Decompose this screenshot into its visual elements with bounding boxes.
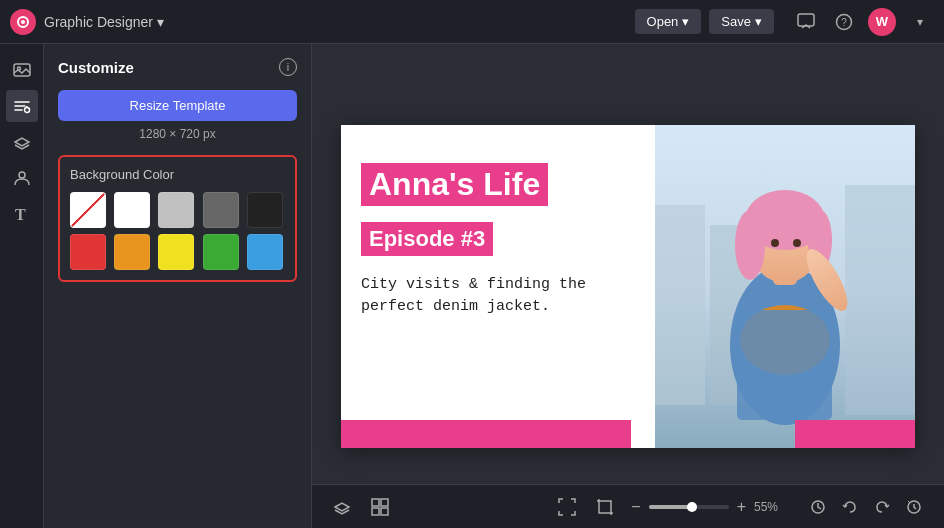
color-swatch-transparent[interactable] (70, 192, 106, 228)
svg-text:T: T (15, 206, 26, 223)
color-swatch-blue[interactable] (247, 234, 283, 270)
header-icons: ? W ▾ (792, 8, 934, 36)
canvas-photo-inner (655, 125, 915, 448)
svg-rect-25 (737, 310, 832, 420)
color-swatch-black[interactable] (247, 192, 283, 228)
main-area: T Customize i Resize Template 1280 × 720… (0, 44, 944, 528)
icon-bar-people[interactable] (6, 162, 38, 194)
user-avatar[interactable]: W (868, 8, 896, 36)
svg-rect-27 (381, 499, 388, 506)
icon-bar-photos[interactable] (6, 54, 38, 86)
zoom-in-icon[interactable]: + (735, 496, 748, 518)
background-color-section: Background Color (58, 155, 297, 282)
color-swatch-orange[interactable] (114, 234, 150, 270)
app-logo (10, 9, 36, 35)
svg-rect-26 (372, 499, 379, 506)
info-icon[interactable]: i (279, 58, 297, 76)
fit-screen-icon[interactable] (553, 493, 581, 521)
svg-point-22 (793, 239, 801, 247)
color-swatch-white[interactable] (114, 192, 150, 228)
svg-rect-14 (845, 185, 915, 415)
canvas-decoration-bar-right (795, 420, 915, 448)
svg-point-7 (24, 108, 29, 113)
bg-color-label: Background Color (70, 167, 285, 182)
svg-point-1 (21, 20, 25, 24)
zoom-out-icon[interactable]: − (629, 496, 642, 518)
help-icon[interactable]: ? (830, 8, 858, 36)
grid-icon[interactable] (366, 493, 394, 521)
dimension-text: 1280 × 720 px (58, 127, 297, 141)
zoom-controls: − + 55% (629, 496, 786, 518)
canvas-decoration-bar (341, 420, 631, 448)
color-swatch-dark-gray[interactable] (203, 192, 239, 228)
svg-rect-12 (655, 205, 705, 405)
chevron-down-icon: ▾ (682, 14, 689, 29)
chevron-down-icon[interactable]: ▾ (906, 8, 934, 36)
svg-rect-28 (372, 508, 379, 515)
sidebar-header: Customize i (58, 58, 297, 76)
zoom-percentage: 55% (754, 500, 786, 514)
canvas-text: Anna's Life Episode #3 City visits & fin… (341, 125, 651, 448)
layers-icon[interactable] (328, 493, 356, 521)
undo-icon[interactable] (836, 493, 864, 521)
chat-icon[interactable] (792, 8, 820, 36)
svg-rect-29 (381, 508, 388, 515)
canvas-photo (655, 125, 915, 448)
save-button[interactable]: Save ▾ (709, 9, 774, 34)
svg-point-9 (19, 172, 25, 178)
canvas-area: Anna's Life Episode #3 City visits & fin… (312, 44, 944, 528)
history-icon[interactable] (804, 493, 832, 521)
canvas-title-line1: Anna's Life (361, 163, 548, 206)
sidebar: Customize i Resize Template 1280 × 720 p… (44, 44, 312, 528)
history-buttons (804, 493, 928, 521)
svg-point-19 (735, 210, 765, 280)
canvas-container[interactable]: Anna's Life Episode #3 City visits & fin… (341, 125, 915, 448)
clock-history-icon[interactable] (900, 493, 928, 521)
icon-bar-layers[interactable] (6, 126, 38, 158)
header: Graphic Designer ▾ Open ▾ Save ▾ ? W ▾ (0, 0, 944, 44)
color-swatch-light-gray[interactable] (158, 192, 194, 228)
resize-template-button[interactable]: Resize Template (58, 90, 297, 121)
bottom-toolbar: − + 55% (312, 484, 944, 528)
color-swatch-yellow[interactable] (158, 234, 194, 270)
icon-bar-text[interactable]: T (6, 198, 38, 230)
color-swatch-green[interactable] (203, 234, 239, 270)
canvas-background: Anna's Life Episode #3 City visits & fin… (341, 125, 915, 448)
zoom-slider[interactable] (649, 505, 729, 509)
sidebar-title: Customize (58, 59, 134, 76)
canvas-title-line2: Episode #3 (361, 222, 493, 256)
color-swatch-red[interactable] (70, 234, 106, 270)
app-name-dropdown[interactable]: Graphic Designer ▾ (44, 14, 164, 30)
icon-bar-customize[interactable] (6, 90, 38, 122)
icon-bar: T (0, 44, 44, 528)
canvas-body-text: City visits & finding theperfect denim j… (361, 274, 631, 319)
open-button[interactable]: Open ▾ (635, 9, 702, 34)
chevron-down-icon: ▾ (157, 14, 164, 30)
color-grid (70, 192, 285, 270)
svg-text:?: ? (841, 17, 847, 28)
app-name-label: Graphic Designer (44, 14, 153, 30)
crop-icon[interactable] (591, 493, 619, 521)
redo-icon[interactable] (868, 493, 896, 521)
svg-point-21 (771, 239, 779, 247)
chevron-down-icon: ▾ (755, 14, 762, 29)
